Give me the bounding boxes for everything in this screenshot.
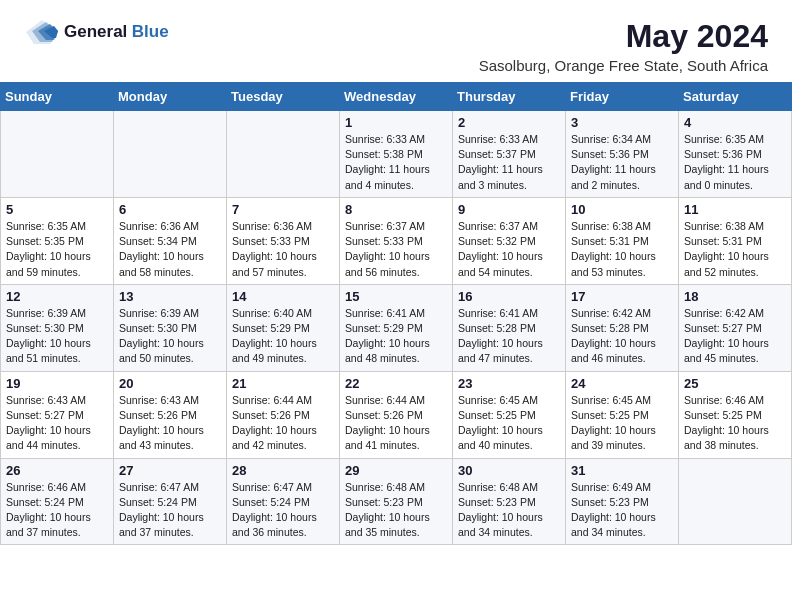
day-number: 29 — [345, 463, 447, 478]
day-number: 31 — [571, 463, 673, 478]
header-saturday: Saturday — [679, 83, 792, 111]
calendar-cell-3-6: 17Sunrise: 6:42 AM Sunset: 5:28 PM Dayli… — [566, 284, 679, 371]
calendar-cell-4-2: 20Sunrise: 6:43 AM Sunset: 5:26 PM Dayli… — [114, 371, 227, 458]
day-number: 7 — [232, 202, 334, 217]
day-number: 30 — [458, 463, 560, 478]
header-tuesday: Tuesday — [227, 83, 340, 111]
calendar-cell-5-3: 28Sunrise: 6:47 AM Sunset: 5:24 PM Dayli… — [227, 458, 340, 545]
day-number: 19 — [6, 376, 108, 391]
day-number: 2 — [458, 115, 560, 130]
day-number: 6 — [119, 202, 221, 217]
day-number: 20 — [119, 376, 221, 391]
calendar-cell-5-7 — [679, 458, 792, 545]
header-friday: Friday — [566, 83, 679, 111]
calendar-week-2: 5Sunrise: 6:35 AM Sunset: 5:35 PM Daylig… — [1, 197, 792, 284]
calendar-cell-2-2: 6Sunrise: 6:36 AM Sunset: 5:34 PM Daylig… — [114, 197, 227, 284]
day-info: Sunrise: 6:37 AM Sunset: 5:32 PM Dayligh… — [458, 219, 560, 280]
calendar-table: Sunday Monday Tuesday Wednesday Thursday… — [0, 82, 792, 545]
day-info: Sunrise: 6:42 AM Sunset: 5:27 PM Dayligh… — [684, 306, 786, 367]
day-number: 24 — [571, 376, 673, 391]
logo-icon — [24, 18, 60, 46]
day-info: Sunrise: 6:44 AM Sunset: 5:26 PM Dayligh… — [345, 393, 447, 454]
calendar-cell-5-1: 26Sunrise: 6:46 AM Sunset: 5:24 PM Dayli… — [1, 458, 114, 545]
calendar-cell-1-2 — [114, 111, 227, 198]
logo: General Blue — [24, 18, 169, 46]
day-info: Sunrise: 6:46 AM Sunset: 5:25 PM Dayligh… — [684, 393, 786, 454]
subtitle: Sasolburg, Orange Free State, South Afri… — [479, 57, 768, 74]
day-info: Sunrise: 6:38 AM Sunset: 5:31 PM Dayligh… — [684, 219, 786, 280]
calendar-cell-4-6: 24Sunrise: 6:45 AM Sunset: 5:25 PM Dayli… — [566, 371, 679, 458]
day-number: 25 — [684, 376, 786, 391]
calendar-cell-2-7: 11Sunrise: 6:38 AM Sunset: 5:31 PM Dayli… — [679, 197, 792, 284]
calendar-cell-3-4: 15Sunrise: 6:41 AM Sunset: 5:29 PM Dayli… — [340, 284, 453, 371]
day-info: Sunrise: 6:39 AM Sunset: 5:30 PM Dayligh… — [119, 306, 221, 367]
header-sunday: Sunday — [1, 83, 114, 111]
day-number: 26 — [6, 463, 108, 478]
day-number: 4 — [684, 115, 786, 130]
day-info: Sunrise: 6:43 AM Sunset: 5:26 PM Dayligh… — [119, 393, 221, 454]
day-number: 21 — [232, 376, 334, 391]
calendar-cell-4-3: 21Sunrise: 6:44 AM Sunset: 5:26 PM Dayli… — [227, 371, 340, 458]
day-number: 5 — [6, 202, 108, 217]
day-info: Sunrise: 6:38 AM Sunset: 5:31 PM Dayligh… — [571, 219, 673, 280]
day-info: Sunrise: 6:47 AM Sunset: 5:24 PM Dayligh… — [232, 480, 334, 541]
main-title: May 2024 — [479, 18, 768, 55]
day-info: Sunrise: 6:37 AM Sunset: 5:33 PM Dayligh… — [345, 219, 447, 280]
calendar-cell-5-2: 27Sunrise: 6:47 AM Sunset: 5:24 PM Dayli… — [114, 458, 227, 545]
calendar-cell-5-6: 31Sunrise: 6:49 AM Sunset: 5:23 PM Dayli… — [566, 458, 679, 545]
calendar-cell-2-3: 7Sunrise: 6:36 AM Sunset: 5:33 PM Daylig… — [227, 197, 340, 284]
calendar-cell-3-5: 16Sunrise: 6:41 AM Sunset: 5:28 PM Dayli… — [453, 284, 566, 371]
day-number: 13 — [119, 289, 221, 304]
calendar-cell-2-6: 10Sunrise: 6:38 AM Sunset: 5:31 PM Dayli… — [566, 197, 679, 284]
calendar-cell-1-5: 2Sunrise: 6:33 AM Sunset: 5:37 PM Daylig… — [453, 111, 566, 198]
calendar-cell-1-4: 1Sunrise: 6:33 AM Sunset: 5:38 PM Daylig… — [340, 111, 453, 198]
calendar-cell-5-4: 29Sunrise: 6:48 AM Sunset: 5:23 PM Dayli… — [340, 458, 453, 545]
calendar-cell-1-7: 4Sunrise: 6:35 AM Sunset: 5:36 PM Daylig… — [679, 111, 792, 198]
day-number: 27 — [119, 463, 221, 478]
calendar-cell-4-4: 22Sunrise: 6:44 AM Sunset: 5:26 PM Dayli… — [340, 371, 453, 458]
day-info: Sunrise: 6:45 AM Sunset: 5:25 PM Dayligh… — [571, 393, 673, 454]
day-number: 18 — [684, 289, 786, 304]
day-info: Sunrise: 6:41 AM Sunset: 5:29 PM Dayligh… — [345, 306, 447, 367]
day-info: Sunrise: 6:43 AM Sunset: 5:27 PM Dayligh… — [6, 393, 108, 454]
calendar-cell-2-5: 9Sunrise: 6:37 AM Sunset: 5:32 PM Daylig… — [453, 197, 566, 284]
calendar-cell-1-6: 3Sunrise: 6:34 AM Sunset: 5:36 PM Daylig… — [566, 111, 679, 198]
day-info: Sunrise: 6:34 AM Sunset: 5:36 PM Dayligh… — [571, 132, 673, 193]
calendar-cell-1-3 — [227, 111, 340, 198]
day-info: Sunrise: 6:47 AM Sunset: 5:24 PM Dayligh… — [119, 480, 221, 541]
day-info: Sunrise: 6:46 AM Sunset: 5:24 PM Dayligh… — [6, 480, 108, 541]
calendar-week-4: 19Sunrise: 6:43 AM Sunset: 5:27 PM Dayli… — [1, 371, 792, 458]
day-number: 9 — [458, 202, 560, 217]
day-number: 10 — [571, 202, 673, 217]
logo-general: General — [64, 22, 127, 41]
weekday-header-row: Sunday Monday Tuesday Wednesday Thursday… — [1, 83, 792, 111]
calendar-week-5: 26Sunrise: 6:46 AM Sunset: 5:24 PM Dayli… — [1, 458, 792, 545]
day-number: 8 — [345, 202, 447, 217]
day-number: 11 — [684, 202, 786, 217]
calendar-cell-3-2: 13Sunrise: 6:39 AM Sunset: 5:30 PM Dayli… — [114, 284, 227, 371]
calendar-cell-3-3: 14Sunrise: 6:40 AM Sunset: 5:29 PM Dayli… — [227, 284, 340, 371]
header-thursday: Thursday — [453, 83, 566, 111]
day-info: Sunrise: 6:42 AM Sunset: 5:28 PM Dayligh… — [571, 306, 673, 367]
calendar-cell-3-1: 12Sunrise: 6:39 AM Sunset: 5:30 PM Dayli… — [1, 284, 114, 371]
page-header: General Blue May 2024 Sasolburg, Orange … — [0, 0, 792, 82]
day-info: Sunrise: 6:45 AM Sunset: 5:25 PM Dayligh… — [458, 393, 560, 454]
calendar-cell-3-7: 18Sunrise: 6:42 AM Sunset: 5:27 PM Dayli… — [679, 284, 792, 371]
calendar-cell-4-7: 25Sunrise: 6:46 AM Sunset: 5:25 PM Dayli… — [679, 371, 792, 458]
day-info: Sunrise: 6:40 AM Sunset: 5:29 PM Dayligh… — [232, 306, 334, 367]
day-info: Sunrise: 6:41 AM Sunset: 5:28 PM Dayligh… — [458, 306, 560, 367]
header-wednesday: Wednesday — [340, 83, 453, 111]
day-number: 12 — [6, 289, 108, 304]
day-info: Sunrise: 6:44 AM Sunset: 5:26 PM Dayligh… — [232, 393, 334, 454]
header-monday: Monday — [114, 83, 227, 111]
day-info: Sunrise: 6:36 AM Sunset: 5:34 PM Dayligh… — [119, 219, 221, 280]
day-number: 15 — [345, 289, 447, 304]
day-number: 28 — [232, 463, 334, 478]
calendar-week-3: 12Sunrise: 6:39 AM Sunset: 5:30 PM Dayli… — [1, 284, 792, 371]
day-number: 17 — [571, 289, 673, 304]
day-info: Sunrise: 6:48 AM Sunset: 5:23 PM Dayligh… — [458, 480, 560, 541]
calendar-cell-1-1 — [1, 111, 114, 198]
day-info: Sunrise: 6:36 AM Sunset: 5:33 PM Dayligh… — [232, 219, 334, 280]
day-info: Sunrise: 6:39 AM Sunset: 5:30 PM Dayligh… — [6, 306, 108, 367]
day-info: Sunrise: 6:35 AM Sunset: 5:36 PM Dayligh… — [684, 132, 786, 193]
